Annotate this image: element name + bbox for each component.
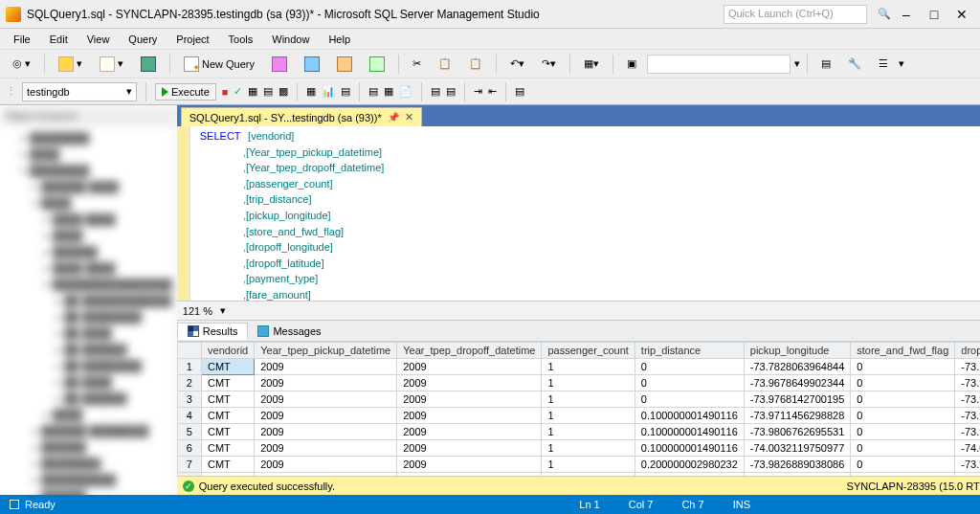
results-file-button[interactable]: 📄 — [399, 85, 412, 98]
menu-view[interactable]: View — [79, 32, 118, 47]
status-message: Query executed successfully. — [199, 480, 335, 492]
display-plan-button[interactable]: ▦ — [248, 85, 257, 98]
status-char: Ch 7 — [681, 499, 703, 510]
menu-bar: File Edit View Query Project Tools Windo… — [0, 29, 980, 50]
maximize-button[interactable]: □ — [922, 7, 947, 22]
outdent-button[interactable]: ⇤ — [488, 85, 497, 98]
quick-launch-input[interactable]: Quick Launch (Ctrl+Q) — [724, 5, 867, 24]
close-button[interactable]: ✕ — [949, 7, 974, 22]
xmla-query-button[interactable] — [363, 54, 391, 75]
find-button[interactable]: ▣ — [620, 55, 643, 73]
mdx-query-button[interactable] — [298, 54, 326, 75]
undo-button[interactable]: ↶▾ — [503, 55, 531, 73]
search-icon[interactable]: 🔍 — [875, 8, 894, 20]
grid-icon — [188, 325, 199, 337]
window-title: SQLQuery1.sql - SYNCLAPN-28395.testingdb… — [27, 8, 540, 21]
find-combo[interactable] — [647, 55, 791, 74]
properties-button[interactable]: ▦▾ — [577, 55, 606, 73]
copy-button[interactable]: 📋 — [432, 55, 458, 73]
database-selector[interactable]: testingdb▾ — [22, 82, 137, 101]
activity-monitor-button[interactable]: 🔧 — [841, 55, 868, 73]
menu-query[interactable]: Query — [121, 32, 165, 47]
sql-editor[interactable]: SELECT [vendorid] ,[Year_tpep_pickup_dat… — [177, 126, 980, 302]
title-bar: SQLQuery1.sql - SYNCLAPN-28395.testingdb… — [0, 0, 980, 29]
options-button[interactable]: ☰ — [872, 55, 895, 73]
dmx-query-button[interactable] — [330, 54, 359, 75]
minimize-button[interactable]: – — [894, 7, 919, 22]
menu-help[interactable]: Help — [321, 32, 358, 47]
cut-button[interactable]: ✂ — [406, 55, 428, 73]
document-tab[interactable]: SQLQuery1.sql - SY...testingdb (sa (93))… — [181, 107, 422, 126]
close-tab-icon[interactable]: ✕ — [405, 111, 413, 123]
query-status-bar: ✓ Query executed successfully. SYNCLAPN-… — [177, 476, 980, 495]
results-grid-button[interactable]: ▦ — [384, 85, 393, 98]
results-tab[interactable]: Results — [177, 323, 249, 340]
document-tab-well: SQLQuery1.sql - SY...testingdb (sa (93))… — [177, 105, 980, 126]
nav-back-button[interactable]: ◎▾ — [6, 55, 37, 73]
menu-window[interactable]: Window — [264, 32, 317, 47]
results-tab-strip: Results Messages — [177, 321, 980, 342]
ide-status-bar: Ready Ln 1 Col 7 Ch 7 INS — [0, 495, 980, 514]
parse-button[interactable]: ✓ — [234, 85, 242, 98]
include-stats-button[interactable]: 📊 — [322, 85, 335, 98]
messages-tab[interactable]: Messages — [248, 324, 330, 339]
execute-button[interactable]: Execute — [155, 83, 216, 101]
pin-icon[interactable]: 📌 — [388, 112, 399, 123]
menu-edit[interactable]: Edit — [42, 32, 76, 47]
status-line: Ln 1 — [579, 499, 599, 510]
zoom-level[interactable]: 121 % — [183, 305, 212, 317]
uncomment-button[interactable]: ▤ — [446, 85, 456, 98]
query-options-button[interactable]: ▤ — [263, 85, 273, 98]
paste-button[interactable]: 📋 — [462, 55, 489, 73]
message-icon — [257, 325, 269, 337]
menu-tools[interactable]: Tools — [221, 32, 261, 47]
intellisense-button[interactable]: ▩ — [278, 85, 288, 98]
registered-servers-button[interactable]: ▤ — [814, 55, 837, 73]
main-toolbar: ◎▾ ▾ ▾ ✦New Query ✂ 📋 📋 ↶▾ ↷▾ ▦▾ ▣ ▾ ▤ 🔧… — [0, 50, 980, 78]
open-file-button[interactable]: ▾ — [93, 54, 130, 75]
indent-button[interactable]: ⇥ — [474, 85, 482, 98]
stop-button[interactable]: ■ — [222, 86, 229, 98]
status-col: Col 7 — [629, 499, 654, 510]
save-button[interactable] — [134, 54, 163, 75]
object-explorer-panel[interactable]: Object Explorer ▸ ████████▸ ████ ▾ █████… — [0, 105, 177, 495]
sqlcmd-mode-button[interactable]: ▤ — [341, 85, 350, 98]
status-ins: INS — [733, 499, 750, 510]
menu-project[interactable]: Project — [168, 32, 216, 47]
document-tab-label: SQLQuery1.sql - SY...testingdb (sa (93))… — [189, 112, 382, 123]
sql-toolbar: ⋮ testingdb▾ Execute ■ ✓ ▦ ▤ ▩ ▦ 📊 ▤ ▤ ▦… — [0, 78, 980, 105]
results-text-button[interactable]: ▤ — [368, 85, 378, 98]
status-ready: Ready — [25, 499, 56, 510]
app-icon — [6, 7, 21, 22]
results-grid[interactable]: vendoridYear_tpep_pickup_datetimeYear_tp… — [177, 342, 980, 476]
new-project-button[interactable]: ▾ — [52, 54, 89, 75]
play-icon — [162, 87, 168, 97]
success-icon: ✓ — [183, 480, 194, 492]
menu-file[interactable]: File — [6, 32, 38, 47]
new-query-button[interactable]: ✦New Query — [177, 54, 261, 75]
specify-values-button[interactable]: ▤ — [515, 85, 524, 98]
redo-button[interactable]: ↷▾ — [535, 55, 563, 73]
comment-button[interactable]: ▤ — [431, 85, 440, 98]
status-server: SYNCLAPN-28395 (15.0 RTM) — [847, 480, 980, 492]
db-engine-query-button[interactable] — [265, 54, 294, 75]
include-plan-button[interactable]: ▦ — [306, 85, 316, 98]
